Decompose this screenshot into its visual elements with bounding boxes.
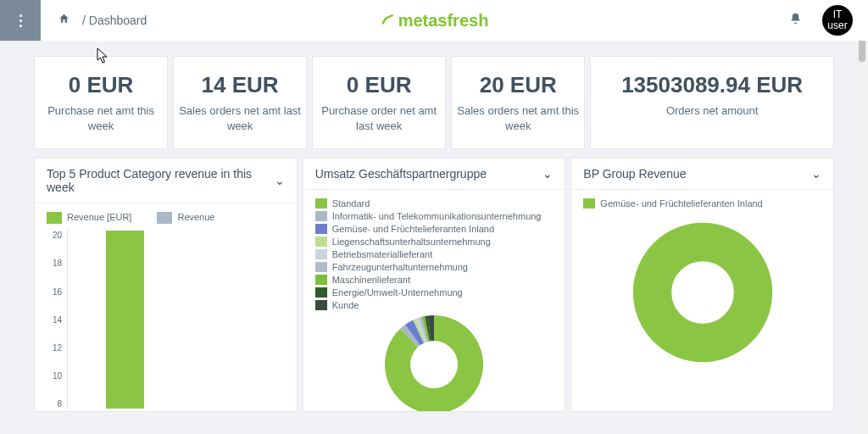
home-icon[interactable]	[58, 13, 70, 28]
stat-card: 0 EURPurchase order net amt last week	[312, 56, 446, 149]
legend-item: Gemüse- und Früchtelieferanten Inland	[600, 198, 762, 209]
bell-icon	[789, 12, 802, 25]
stat-label: Orders net amount	[596, 103, 828, 119]
legend-item: Fahrzeugunterhaltunternehmung	[315, 262, 554, 272]
legend-swatch	[583, 198, 595, 209]
stat-label: Sales orders net amt last week	[179, 103, 301, 133]
svg-point-0	[652, 242, 753, 343]
stat-value: 0 EUR	[318, 72, 440, 98]
chevron-down-icon: ⌄	[542, 167, 553, 181]
avatar[interactable]: IT user	[822, 5, 853, 36]
stat-card: 14 EURSales orders net amt last week	[173, 56, 307, 149]
legend-item: Liegenschaftsunterhaltsunternehmung	[315, 236, 554, 247]
panel-header[interactable]: Top 5 Product Category revenue in this w…	[35, 159, 297, 203]
scrollbar[interactable]	[856, 0, 868, 434]
legend-item: Revenue	[177, 212, 214, 222]
chart-legend: StandardInformatik- und Telekommunikatio…	[315, 198, 554, 310]
menu-button[interactable]	[0, 0, 41, 41]
panel-body: Gemüse- und Früchtelieferanten Inland	[571, 190, 833, 411]
panel-header[interactable]: BP Group Revenue ⌄	[571, 159, 833, 190]
stat-value: 13503089.94 EUR	[596, 72, 828, 98]
chevron-down-icon: ⌄	[275, 174, 285, 187]
brand-logo[interactable]: metasfresh	[380, 11, 489, 31]
legend-item: Energie/Umwelt-Unternehmung	[315, 287, 554, 298]
stat-card: 0 EURPurchase net amt this week	[34, 56, 168, 149]
stat-card: 20 EURSales orders net amt this week	[451, 56, 585, 149]
donut-chart	[583, 220, 821, 364]
stat-label: Purchase order net amt last week	[318, 103, 440, 133]
top-bar: / Dashboard metasfresh IT user	[0, 0, 868, 41]
brand-text: metasfresh	[398, 11, 489, 31]
kebab-icon	[19, 14, 22, 27]
legend-item: Standard	[315, 198, 554, 209]
chevron-down-icon: ⌄	[811, 167, 821, 181]
bar-chart: 2018161412108	[47, 231, 285, 409]
legend-item: Kunde	[315, 300, 554, 310]
panel-header[interactable]: Umsatz Geschäftspartnergruppe ⌄	[303, 159, 565, 190]
bar	[106, 231, 144, 409]
donut-chart	[315, 314, 554, 412]
stat-value: 14 EUR	[179, 72, 301, 98]
panels-row: Top 5 Product Category revenue in this w…	[0, 158, 868, 412]
stat-card: 13503089.94 EUROrders net amount	[590, 56, 834, 149]
panel-body: StandardInformatik- und Telekommunikatio…	[303, 190, 565, 412]
chart-legend: Revenue [EUR] Revenue	[47, 212, 285, 224]
legend-item: Gemüse- und Früchtelieferanten Inland	[315, 224, 554, 234]
panel-bpgroup: BP Group Revenue ⌄ Gemüse- und Früchteli…	[570, 158, 834, 412]
breadcrumb[interactable]: / Dashboard	[82, 14, 147, 27]
legend-item: Revenue [EUR]	[67, 212, 131, 222]
panel-body: Revenue [EUR] Revenue 2018161412108	[35, 203, 297, 412]
stat-label: Sales orders net amt this week	[457, 103, 579, 133]
stat-value: 0 EUR	[40, 72, 162, 98]
panel-umsatz: Umsatz Geschäftspartnergruppe ⌄ Standard…	[303, 158, 566, 412]
plot-area	[67, 231, 285, 409]
avatar-label: IT user	[827, 9, 847, 31]
y-axis: 2018161412108	[47, 231, 67, 409]
notifications-button[interactable]	[789, 12, 802, 29]
panel-top5: Top 5 Product Category revenue in this w…	[34, 158, 298, 412]
legend-item: Informatik- und Telekommunikationsuntern…	[315, 211, 554, 221]
panel-title: BP Group Revenue	[583, 167, 686, 181]
legend-item: Betriebsmateriallieferant	[315, 249, 554, 259]
panel-title: Umsatz Geschäftspartnergruppe	[315, 167, 487, 181]
panel-title: Top 5 Product Category revenue in this w…	[47, 167, 275, 194]
legend-item: Maschinenlieferant	[315, 275, 554, 285]
chart-legend: Gemüse- und Früchtelieferanten Inland	[583, 198, 821, 209]
stat-value: 20 EUR	[457, 72, 579, 98]
stat-label: Purchase net amt this week	[40, 103, 162, 133]
stats-row: 0 EURPurchase net amt this week 14 EURSa…	[0, 41, 868, 158]
